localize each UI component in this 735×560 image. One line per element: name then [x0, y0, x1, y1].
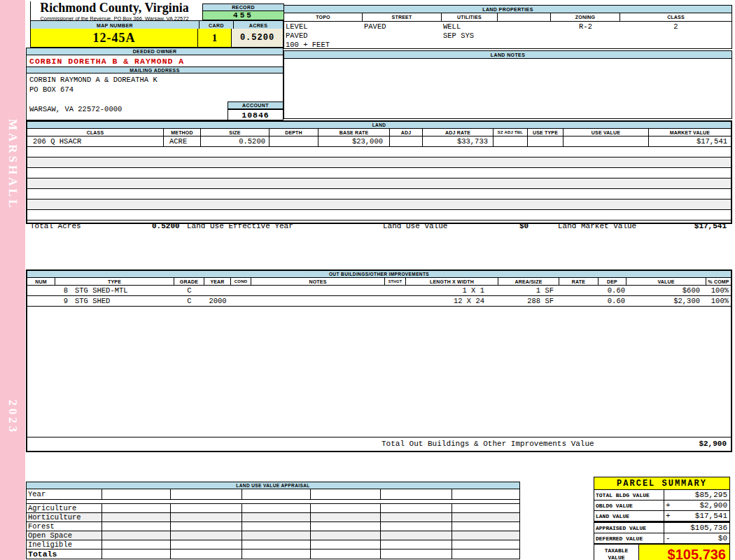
- sz-adj-cell: [493, 136, 528, 146]
- empty-cell: [171, 489, 242, 499]
- tax-year-label: 2023: [6, 400, 20, 435]
- value-cell: $2,300: [626, 296, 706, 306]
- land-properties-box: LAND PROPERTIES TOPO STREET UTILITIES ZO…: [284, 5, 732, 49]
- summary-value: $105,736: [690, 524, 727, 532]
- account-header: ACCOUNT: [227, 102, 284, 109]
- land-section: LAND CLASS METHOD SIZE DEPTH BASE RATE A…: [26, 120, 732, 224]
- row-label: Agriculture: [27, 504, 102, 512]
- summary-row: DEFERRED VALUE - $0: [594, 533, 730, 544]
- deeded-owner-header: DEEDED OWNER: [26, 48, 284, 55]
- zoning-value: [551, 31, 620, 40]
- summary-row: LAND VALUE + $17,541: [594, 511, 730, 522]
- vendor-label: MARSHALL: [6, 119, 20, 210]
- summary-op: -: [666, 534, 671, 542]
- empty-cell: [381, 504, 452, 512]
- row-label: Open Space: [27, 531, 102, 540]
- class-value: 2: [620, 22, 732, 31]
- rate-cell: [559, 286, 598, 295]
- col-num: NUM: [27, 278, 55, 286]
- land-empty-row: [27, 168, 731, 178]
- ob-type: STG SHED-MTL: [75, 286, 128, 295]
- land-notes-box: LAND NOTES: [284, 50, 732, 119]
- col-year: YEAR: [204, 278, 231, 286]
- num-cell: [27, 296, 55, 306]
- outbuildings-empty-area: [27, 307, 731, 437]
- land-empty-row: [27, 200, 731, 210]
- col-cond: COND: [231, 278, 251, 286]
- summary-row: OBLDG VALUE + $2,900: [594, 500, 730, 511]
- summary-label: OBLDG VALUE: [594, 500, 664, 510]
- effective-year-label: Land Use Effective Year: [187, 222, 293, 230]
- summary-value-wrap: $105,736: [664, 523, 729, 533]
- land-use-appraisal-table: LAND USE VALUE APPRAISAL Year Agricultur…: [26, 482, 520, 559]
- grade-cell: C: [174, 286, 204, 295]
- empty-cell: [102, 489, 171, 499]
- empty-cell: [242, 504, 311, 512]
- col-dep: DEP: [598, 278, 626, 286]
- summary-row-appraised: APPRAISED VALUE $105,736: [594, 522, 730, 533]
- year-cell: 2000: [204, 296, 231, 306]
- summary-value-wrap: + $2,900: [664, 500, 729, 510]
- method-cell: ACRE: [164, 136, 201, 146]
- mailing-line-1: CORBIN RAYMOND A & DOREATHA K: [29, 76, 158, 84]
- col-class: CLASS: [620, 13, 732, 22]
- class-value: [620, 31, 732, 40]
- total-acres-value: 0.5200: [152, 222, 180, 230]
- summary-value: $2,900: [699, 501, 727, 510]
- topo-value: LEVEL: [284, 22, 363, 31]
- land-empty-row: [27, 210, 731, 220]
- comp-cell: 100%: [706, 286, 731, 295]
- empty-cell: [311, 513, 381, 522]
- col-use-type: USE TYPE: [528, 129, 564, 136]
- summary-label: APPRAISED VALUE: [594, 523, 664, 533]
- summary-value: $85,295: [695, 491, 727, 499]
- dep-cell: 0.60: [598, 296, 626, 306]
- col-adj-rate: ADJ RATE: [423, 129, 493, 136]
- col-utilities: UTILITIES: [442, 13, 498, 22]
- empty-cell: [452, 531, 519, 540]
- empty-cell: [452, 504, 519, 512]
- appraisal-row: Ineligible: [27, 540, 519, 550]
- owner-name: CORBIN DORETHA B & RAYMOND A: [27, 57, 184, 66]
- street-value: [363, 31, 442, 40]
- type-cell: 9 STG SHED: [55, 296, 174, 306]
- empty-cell: [102, 522, 171, 531]
- empty-cell: [311, 504, 381, 512]
- type-cell: 8 STG SHED-MTL: [55, 286, 174, 295]
- summary-value: $17,541: [695, 512, 727, 520]
- appraisal-row: Agriculture: [27, 504, 519, 513]
- acres-value: 0.5200: [232, 29, 284, 48]
- appraisal-row: Forest: [27, 522, 519, 531]
- empty-cell: [311, 531, 381, 540]
- summary-value-wrap: + $17,541: [664, 511, 729, 521]
- empty-cell: [171, 522, 242, 531]
- comp-cell: 100%: [706, 296, 731, 306]
- account-value: 10846: [227, 109, 284, 120]
- street-value: PAVED: [363, 22, 442, 31]
- land-properties-row: PAVED SEP SYS: [284, 31, 732, 40]
- base-rate-cell: $23,000: [318, 136, 390, 146]
- map-value-row: 12-45A 1 0.5200: [30, 29, 284, 48]
- land-notes-title: LAND NOTES: [284, 51, 732, 59]
- col-topo: TOPO: [284, 13, 363, 22]
- ob-type: STG SHED: [75, 297, 110, 305]
- col-spacer: [498, 13, 551, 22]
- spacer-value: [498, 22, 551, 31]
- summary-op: +: [666, 512, 671, 520]
- empty-cell: [242, 540, 311, 549]
- market-value-label: Land Market Value: [558, 222, 636, 230]
- summary-op: +: [666, 501, 671, 510]
- taxable-row: TAXABLE VALUE $105,736: [594, 543, 730, 560]
- map-header-row: MAP NUMBER CARD ACRES: [30, 20, 284, 29]
- land-empty-row: [27, 189, 731, 200]
- summary-value-wrap: - $0: [664, 533, 729, 543]
- empty-cell: [452, 522, 519, 531]
- topo-value: PAVED: [284, 31, 363, 40]
- depth-cell: [270, 136, 318, 146]
- market-value-cell: $17,541: [649, 136, 731, 146]
- use-value-label: Land Use Value: [383, 222, 447, 230]
- outbuilding-row: 8 STG SHED-MTL C 1 X 1 1 SF 0.60 $600 10…: [27, 286, 731, 296]
- col-sz-adj-tbl: SZ ADJ TBL: [493, 129, 528, 136]
- outbuildings-columns: NUM TYPE GRADE YEAR COND NOTES STHGT LEN…: [27, 278, 731, 286]
- empty-cell: [381, 513, 452, 522]
